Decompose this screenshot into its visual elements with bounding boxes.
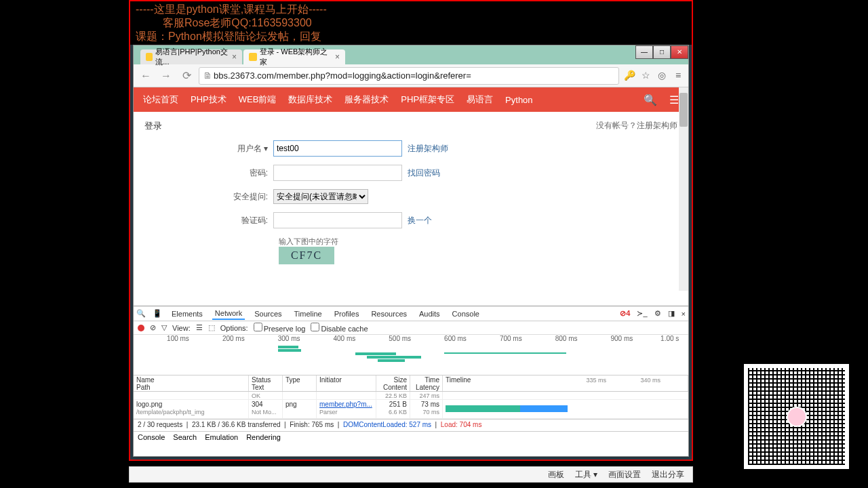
dt-tab-console[interactable]: Console xyxy=(450,308,482,319)
refresh-captcha-link[interactable]: 换一个 xyxy=(408,215,432,226)
tab-active[interactable]: 登录 - WEB架构师之家 × xyxy=(243,49,345,64)
tab-strip: 易语言|PHP|Python交流... × 登录 - WEB架构师之家 × xyxy=(134,45,688,64)
nav-frame[interactable]: PHP框架专区 xyxy=(401,94,454,106)
register-tip[interactable]: 注册架构师 xyxy=(408,143,448,155)
drawer-search[interactable]: Search xyxy=(173,433,197,442)
password-input[interactable] xyxy=(273,165,402,181)
site-nav: 论坛首页 PHP技术 WEB前端 数据库技术 服务器技术 PHP框架专区 易语言… xyxy=(134,87,688,112)
network-table-header: NamePath StatusText Type Initiator SizeC… xyxy=(134,375,688,392)
globe-icon[interactable]: ◎ xyxy=(656,70,668,82)
star-icon[interactable]: ☆ xyxy=(639,70,652,82)
clear-icon[interactable]: ⊘ xyxy=(150,323,156,332)
drawer-icon[interactable]: ≻_ xyxy=(637,309,647,318)
captcha-image: CF7C xyxy=(279,247,334,264)
favicon-icon xyxy=(249,53,257,61)
device-icon[interactable]: 📱 xyxy=(153,309,162,318)
course-banner: -----这里是python课堂,课程马上开始----- 客服Rose老师QQ:… xyxy=(130,1,692,45)
maximize-button[interactable]: □ xyxy=(653,45,671,59)
network-summary: 2 / 30 requests | 23.1 KB / 36.6 KB tran… xyxy=(134,419,688,431)
exit-share-button[interactable]: 退出分享 xyxy=(652,469,684,481)
scrollbar[interactable] xyxy=(679,87,688,291)
error-badge[interactable]: ⊘4 xyxy=(620,309,630,318)
close-button[interactable]: ✕ xyxy=(671,45,688,59)
favicon-icon xyxy=(146,53,153,61)
dt-tab-sources[interactable]: Sources xyxy=(252,308,284,319)
register-link[interactable]: 没有帐号？注册架构师 xyxy=(596,120,677,132)
settings-button[interactable]: 画面设置 xyxy=(608,469,641,481)
disable-cache-checkbox[interactable]: Disable cache xyxy=(311,323,368,333)
inspect-icon[interactable]: 🔍 xyxy=(136,309,146,318)
dt-tab-elements[interactable]: Elements xyxy=(169,308,205,319)
minimize-button[interactable]: — xyxy=(635,45,653,59)
list-icon[interactable]: ☰ xyxy=(669,94,679,106)
page-icon: 🗎 xyxy=(203,70,212,81)
nav-db[interactable]: 数据库技术 xyxy=(288,94,332,106)
security-question-select[interactable]: 安全提问(未设置请忽略) xyxy=(273,189,368,204)
reload-button[interactable]: ⟳ xyxy=(178,68,195,84)
view-frame-icon[interactable]: ⬚ xyxy=(208,323,215,332)
record-button[interactable] xyxy=(138,325,144,331)
nav-home[interactable]: 论坛首页 xyxy=(143,94,178,106)
tools-button[interactable]: 工具 ▾ xyxy=(575,469,597,481)
table-row[interactable]: logo.png/template/packphp/tt_img 304Not … xyxy=(134,400,688,419)
drawer-console[interactable]: Console xyxy=(138,433,165,442)
filter-icon[interactable]: ▽ xyxy=(161,323,167,332)
nav-web[interactable]: WEB前端 xyxy=(239,94,277,106)
qr-code xyxy=(744,364,849,469)
captcha-input[interactable] xyxy=(273,212,402,228)
dt-tab-timeline[interactable]: Timeline xyxy=(292,308,325,319)
search-icon[interactable]: 🔍 xyxy=(644,94,657,106)
key-icon[interactable]: 🔑 xyxy=(623,70,635,82)
devtools-panel: 🔍 📱 Elements Network Sources Timeline Pr… xyxy=(134,306,688,456)
url-bar[interactable]: 🗎 bbs.23673.com/member.php?mod=logging&a… xyxy=(199,67,619,85)
drawer-rendering[interactable]: Rendering xyxy=(246,433,281,442)
forward-button[interactable]: → xyxy=(158,68,174,84)
login-title: 登录 xyxy=(144,120,162,132)
nav-python[interactable]: Python xyxy=(505,95,532,105)
network-timeline[interactable]: 100 ms 200 ms 300 ms 400 ms 500 ms 600 m… xyxy=(134,335,688,375)
username-input[interactable] xyxy=(273,140,402,157)
dt-tab-profiles[interactable]: Profiles xyxy=(332,308,362,319)
forgot-password-link[interactable]: 找回密码 xyxy=(408,167,440,179)
close-icon[interactable]: × xyxy=(682,310,686,318)
preserve-log-checkbox[interactable]: Preserve log xyxy=(254,323,306,333)
close-icon[interactable]: × xyxy=(335,52,340,62)
back-button[interactable]: ← xyxy=(138,68,154,84)
dt-tab-network[interactable]: Network xyxy=(212,308,245,320)
dt-tab-resources[interactable]: Resources xyxy=(368,308,410,319)
dt-tab-audits[interactable]: Audits xyxy=(416,308,443,319)
captcha-hint: 输入下图中的字符 xyxy=(279,237,677,247)
username-label[interactable]: 用户名 ▾ xyxy=(144,143,273,155)
gear-icon[interactable]: ⚙ xyxy=(654,309,661,318)
tab-inactive[interactable]: 易语言|PHP|Python交流... × xyxy=(140,49,242,64)
browser-toolbar: ← → ⟳ 🗎 bbs.23673.com/member.php?mod=log… xyxy=(134,64,688,87)
dock-icon[interactable]: ◨ xyxy=(668,309,675,318)
view-list-icon[interactable]: ☰ xyxy=(196,323,203,332)
captcha-label: 验证码: xyxy=(144,215,273,226)
question-label: 安全提问: xyxy=(144,191,273,203)
share-toolbar: 画板 工具 ▾ 画面设置 退出分享 xyxy=(129,466,693,483)
canvas-button[interactable]: 画板 xyxy=(548,469,564,481)
nav-php[interactable]: PHP技术 xyxy=(191,94,226,106)
browser-window: — □ ✕ 易语言|PHP|Python交流... × 登录 - WEB架构师之… xyxy=(133,45,689,457)
nav-yi[interactable]: 易语言 xyxy=(467,94,493,106)
drawer-emulation[interactable]: Emulation xyxy=(205,433,238,442)
nav-server[interactable]: 服务器技术 xyxy=(344,94,389,106)
menu-icon[interactable]: ≡ xyxy=(672,70,684,82)
close-icon[interactable]: × xyxy=(232,52,237,62)
password-label: 密码: xyxy=(144,167,273,179)
table-row[interactable]: OK 22.5 KB 247 ms xyxy=(134,392,688,400)
page-content: 论坛首页 PHP技术 WEB前端 数据库技术 服务器技术 PHP框架专区 易语言… xyxy=(134,87,688,291)
